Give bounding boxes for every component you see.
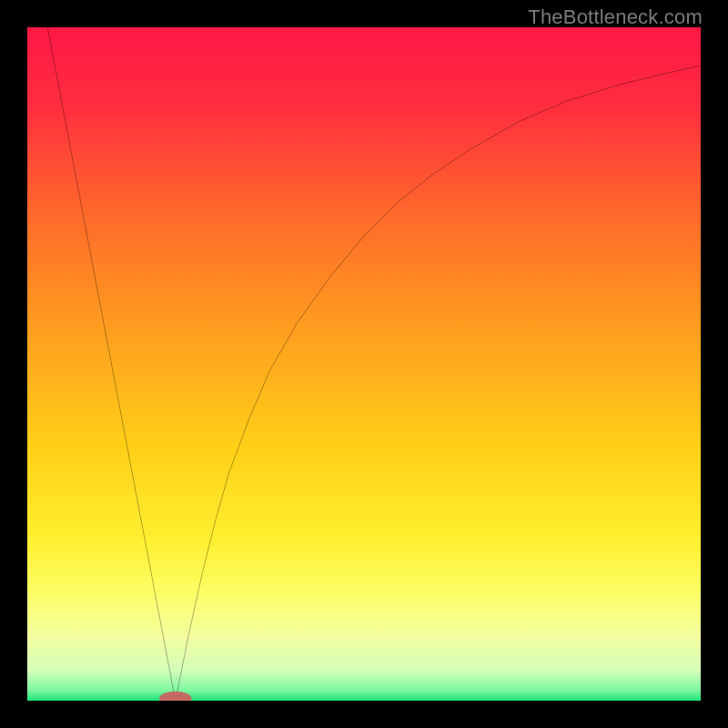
chart-frame: TheBottleneck.com <box>0 0 728 728</box>
watermark-text: TheBottleneck.com <box>528 5 703 29</box>
plot-area <box>27 27 701 701</box>
minimum-marker <box>159 692 192 701</box>
curve-path <box>47 27 701 701</box>
bottleneck-curve <box>27 27 701 701</box>
